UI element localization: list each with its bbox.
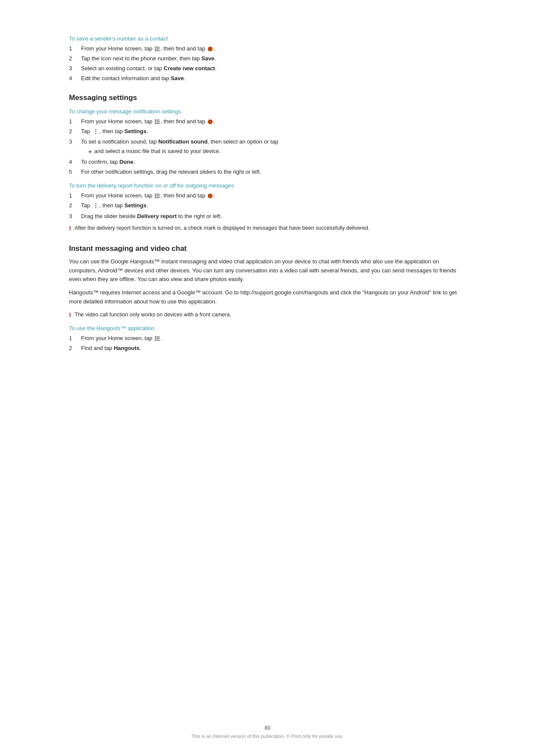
notification-steps: 1 From your Home screen, tap , then find… <box>69 117 466 177</box>
list-item: 1 From your Home screen, tap . <box>69 334 466 343</box>
list-item: 3 Drag the slider beside Delivery report… <box>69 212 466 221</box>
exclamation-icon: ! <box>69 225 71 232</box>
dot-icon <box>208 194 213 198</box>
list-item: 1 From your Home screen, tap , then find… <box>69 117 466 126</box>
exclamation-icon: ! <box>69 311 71 319</box>
list-item: 4 To confirm, tap Done. <box>69 158 466 166</box>
apps-icon <box>154 118 160 125</box>
list-item: 4 Edit the contact information and tap S… <box>69 74 466 83</box>
plus-icon: + <box>88 147 92 156</box>
list-item: 1 From your Home screen, tap , then find… <box>69 44 466 53</box>
messaging-settings-heading: Messaging settings <box>69 94 466 102</box>
video-call-note-text: The video call function only works on de… <box>75 311 231 319</box>
notification-settings-title: To change your message notification sett… <box>69 108 466 115</box>
delivery-report-subsection: To turn the delivery report function on … <box>69 182 466 232</box>
dot-icon <box>208 47 213 51</box>
save-sender-section: To save a sender's number as a contact 1… <box>69 26 466 83</box>
delivery-report-title: To turn the delivery report function on … <box>69 182 466 189</box>
delivery-note: ! After the delivery report function is … <box>69 224 466 232</box>
footer-legal: This is an Internet version of this publ… <box>0 734 535 739</box>
instant-messaging-body1: You can use the Google Hangouts™ instant… <box>69 257 466 284</box>
apps-icon <box>154 192 160 199</box>
video-call-note: ! The video call function only works on … <box>69 311 466 319</box>
notification-settings-subsection: To change your message notification sett… <box>69 108 466 177</box>
apps-icon <box>154 335 160 341</box>
delivery-note-text: After the delivery report function is tu… <box>75 224 369 232</box>
list-item: 1 From your Home screen, tap , then find… <box>69 191 466 200</box>
list-item: 3 To set a notification sound, tap Notif… <box>69 137 466 156</box>
page-number: 80 <box>0 725 535 731</box>
menu-icon: ⋮ <box>93 127 99 137</box>
list-item: 3 Select an existing contact, or tap Cre… <box>69 64 466 73</box>
hangouts-use-title: To use the Hangouts™ application <box>69 325 466 331</box>
instant-messaging-section: Instant messaging and video chat You can… <box>69 244 466 353</box>
page: To save a sender's number as a contact 1… <box>0 0 535 756</box>
list-item: 2 Tap ⋮, then tap Settings. <box>69 127 466 137</box>
list-item: 2 Find and tap Hangouts. <box>69 344 466 353</box>
page-footer: 80 This is an Internet version of this p… <box>0 725 535 739</box>
apps-icon <box>154 45 160 52</box>
delivery-steps: 1 From your Home screen, tap , then find… <box>69 191 466 221</box>
instant-messaging-body2: Hangouts™ requires Internet access and a… <box>69 288 466 306</box>
hangouts-use-subsection: To use the Hangouts™ application 1 From … <box>69 325 466 353</box>
hangouts-steps: 1 From your Home screen, tap . 2 Find an… <box>69 334 466 353</box>
save-sender-steps: 1 From your Home screen, tap , then find… <box>69 44 466 83</box>
list-item: 5 For other notification settings, drag … <box>69 168 466 176</box>
list-item: 2 Tap the icon next to the phone number,… <box>69 54 466 63</box>
messaging-settings-section: Messaging settings To change your messag… <box>69 94 466 232</box>
instant-messaging-heading: Instant messaging and video chat <box>69 244 466 253</box>
list-item: 2 Tap ⋮, then tap Settings. <box>69 201 466 211</box>
save-sender-title: To save a sender's number as a contact <box>69 35 466 42</box>
menu-icon: ⋮ <box>93 201 99 211</box>
dot-icon <box>208 119 213 124</box>
